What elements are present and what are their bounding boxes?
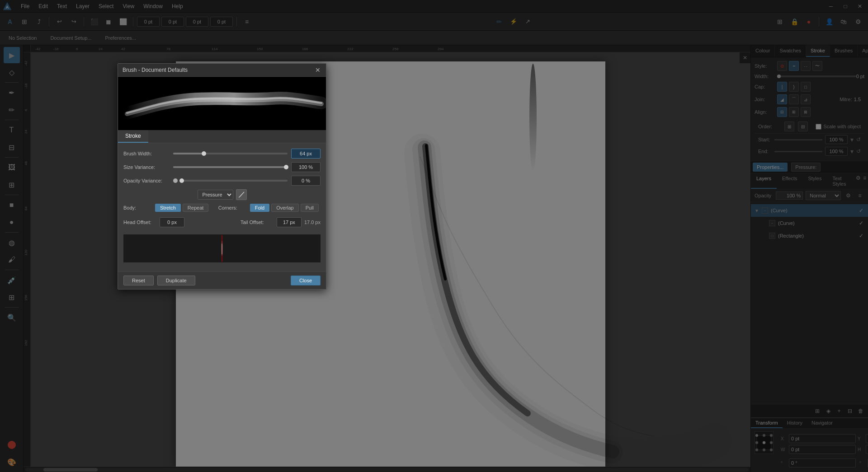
view-grid-btn[interactable]: ⊞	[774, 15, 786, 28]
opacity-variance-slider[interactable]	[179, 180, 288, 182]
ellipse-tool[interactable]: ●	[4, 214, 20, 230]
grid-view-btn[interactable]: ⊞	[18, 15, 31, 28]
layer-group-btn[interactable]: ⊞	[813, 407, 822, 416]
order-under[interactable]: ⊟	[798, 122, 808, 131]
tab-text-styles[interactable]: Text Styles	[827, 173, 855, 189]
properties-tab-btn[interactable]: Properties...	[753, 163, 788, 172]
layer-expand-icon[interactable]: ▼	[755, 208, 760, 213]
tab-navigator[interactable]: Navigator	[807, 418, 837, 428]
size-variance-thumb[interactable]	[284, 165, 288, 169]
scale-checkbox[interactable]	[816, 124, 821, 130]
width-slider[interactable]	[777, 75, 856, 77]
layer-adjust-btn[interactable]: ◈	[824, 407, 833, 416]
window-minimize-btn[interactable]: ─	[825, 0, 837, 13]
align-center[interactable]: ⊟	[777, 107, 787, 117]
text-tool[interactable]: T	[4, 122, 20, 138]
end-refresh[interactable]: ↺	[856, 148, 861, 154]
end-arrow-down[interactable]: ▾	[850, 148, 854, 155]
tab-brushes[interactable]: Brushes	[830, 45, 858, 57]
blend-settings-btn[interactable]: ⚙	[844, 191, 853, 200]
share-btn[interactable]: ⤴	[33, 15, 45, 28]
x-value-input[interactable]	[789, 434, 856, 443]
dialog-close-btn[interactable]: ✕	[314, 66, 321, 74]
menu-view[interactable]: View	[118, 1, 139, 11]
more-options-btn[interactable]: ≡	[241, 15, 253, 28]
scroll-thumb[interactable]	[43, 468, 98, 472]
size-variance-slider[interactable]	[173, 166, 288, 168]
tab-styles[interactable]: Styles	[802, 173, 827, 189]
cap-square[interactable]: □	[801, 82, 811, 92]
window-maximize-btn[interactable]: □	[839, 0, 852, 13]
y-value-input[interactable]	[866, 434, 868, 443]
tab-transform[interactable]: Transform	[751, 418, 783, 428]
menu-text[interactable]: Text	[52, 1, 71, 11]
brush-dialog[interactable]: Brush - Document Defaults ✕	[118, 63, 326, 290]
w-value-input[interactable]	[789, 445, 856, 454]
w-input[interactable]	[137, 17, 160, 27]
grid-tool[interactable]: ⊞	[4, 177, 20, 193]
dialog-tab-stroke[interactable]: Stroke	[118, 130, 148, 143]
tail-offset-input[interactable]	[277, 217, 302, 227]
align-inside[interactable]: ⊞	[789, 107, 799, 117]
reset-btn[interactable]: Reset	[123, 276, 154, 285]
tab-colour[interactable]: Colour	[751, 45, 775, 57]
no-selection-btn[interactable]: No Selection	[4, 34, 42, 42]
menu-file[interactable]: File	[16, 1, 34, 11]
tab-stroke[interactable]: Stroke	[806, 45, 830, 57]
layer-add-btn[interactable]: +	[835, 407, 844, 416]
layer-item-curve[interactable]: ~ (Curve) ✓	[751, 217, 868, 229]
menu-select[interactable]: Select	[94, 1, 118, 11]
account-btn[interactable]: 👤	[823, 15, 835, 28]
close-btn[interactable]: Close	[291, 276, 321, 285]
h-input[interactable]	[161, 17, 184, 27]
start-pct-input[interactable]	[825, 135, 848, 144]
layer-delete-btn[interactable]: 🗑	[856, 407, 865, 416]
style-solid[interactable]: ━	[789, 61, 799, 71]
y-input[interactable]	[210, 17, 233, 27]
layer-visibility-group[interactable]: ✓	[858, 207, 864, 214]
eyedropper-tool[interactable]: 💉	[4, 272, 20, 288]
select-tool[interactable]: ▶	[4, 47, 20, 63]
layer-duplicate-btn[interactable]: ⊟	[845, 407, 854, 416]
end-pct-input[interactable]	[825, 147, 848, 156]
style-dash[interactable]: - -	[801, 61, 811, 71]
join-bevel[interactable]: ⊿	[801, 94, 811, 104]
align-center-btn[interactable]: ◼	[102, 15, 115, 28]
menu-window[interactable]: Window	[139, 1, 167, 11]
crop-tool[interactable]: ⊞	[4, 289, 20, 305]
menu-edit[interactable]: Edit	[34, 1, 52, 11]
layer-item-rect[interactable]: □ (Rectangle) ✓	[751, 229, 868, 242]
affinity-logo-btn[interactable]: A	[4, 15, 16, 28]
opacity-variance-value[interactable]: 0 %	[291, 176, 321, 186]
canvas-close-btn[interactable]: ✕	[740, 52, 750, 63]
join-round[interactable]: ⌒	[789, 94, 799, 104]
x-input[interactable]	[186, 17, 208, 27]
layer-visibility-curve[interactable]: ✓	[858, 220, 864, 226]
transform-pivot-icon[interactable]	[755, 431, 774, 454]
window-close-btn[interactable]: ✕	[854, 0, 866, 13]
h-value-input[interactable]	[866, 445, 868, 454]
pencil-tool[interactable]: ✏	[4, 102, 20, 118]
brush-width-slider[interactable]	[173, 153, 288, 154]
store-btn[interactable]: 🛍	[837, 15, 850, 28]
brush-tool[interactable]: 🖌	[4, 252, 20, 268]
redo-btn[interactable]: ↪	[67, 15, 80, 28]
pen-tool[interactable]: ✒	[4, 84, 20, 101]
body-repeat-btn[interactable]: Repeat	[183, 204, 208, 212]
start-arrow-down[interactable]: ▾	[850, 136, 854, 143]
join-miter[interactable]: ◢	[777, 94, 787, 104]
undo-btn[interactable]: ↩	[53, 15, 66, 28]
rect-tool[interactable]: ■	[4, 197, 20, 213]
duplicate-btn[interactable]: Duplicate	[157, 276, 195, 285]
frame-tool[interactable]: ⊟	[4, 139, 20, 155]
layers-more-btn[interactable]: ≡	[862, 173, 868, 182]
menu-help[interactable]: Help	[167, 1, 188, 11]
layer-visibility-rect[interactable]: ✓	[858, 233, 864, 239]
corners-pull-btn[interactable]: Pull	[301, 204, 319, 212]
color-wheel-btn[interactable]: 🎨	[4, 454, 20, 470]
tab-history[interactable]: History	[783, 418, 807, 428]
tab-swatches[interactable]: Swatches	[775, 45, 806, 57]
start-refresh[interactable]: ↺	[856, 136, 861, 143]
fill-tool[interactable]: ◍	[4, 234, 20, 251]
brush-width-thumb[interactable]	[202, 151, 206, 156]
